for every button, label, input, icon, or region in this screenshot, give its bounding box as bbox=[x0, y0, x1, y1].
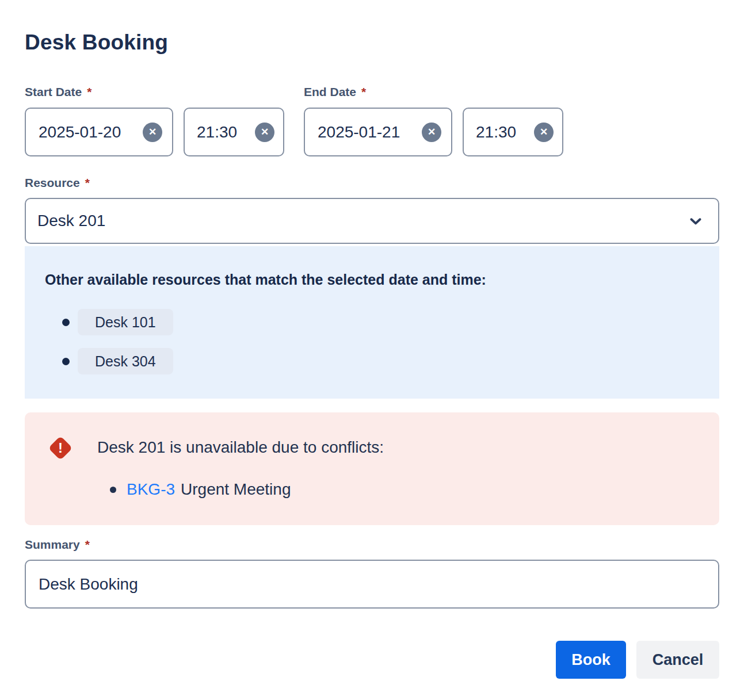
start-time-input[interactable]: 21:30 ✕ bbox=[184, 108, 284, 156]
end-date-label: End Date * bbox=[304, 85, 563, 99]
available-resources-list: Desk 101 Desk 304 bbox=[45, 309, 699, 374]
required-asterisk: * bbox=[87, 85, 91, 99]
desk-booking-form: Desk Booking Start Date * 2025-01-20 ✕ 2… bbox=[0, 30, 744, 679]
end-time-input[interactable]: 21:30 ✕ bbox=[463, 108, 563, 156]
resource-chip[interactable]: Desk 101 bbox=[78, 309, 173, 335]
end-time-value: 21:30 bbox=[476, 123, 516, 141]
bullet-icon bbox=[62, 319, 70, 326]
circle-x-icon[interactable]: ✕ bbox=[143, 123, 162, 142]
conflict-error-panel: ! Desk 201 is unavailable due to conflic… bbox=[25, 412, 719, 525]
bullet-icon bbox=[62, 358, 70, 365]
form-actions: Book Cancel bbox=[25, 641, 719, 679]
available-resources-panel: Other available resources that match the… bbox=[25, 246, 719, 399]
end-date-group: End Date * 2025-01-21 ✕ 21:30 ✕ bbox=[304, 85, 563, 156]
start-time-value: 21:30 bbox=[197, 123, 237, 141]
start-date-label: Start Date * bbox=[25, 85, 284, 99]
list-item: BKG-3 Urgent Meeting bbox=[110, 480, 384, 499]
conflict-message: Desk 201 is unavailable due to conflicts… bbox=[97, 438, 384, 457]
start-date-label-text: Start Date bbox=[25, 85, 82, 99]
available-resources-heading: Other available resources that match the… bbox=[45, 271, 699, 288]
end-date-input[interactable]: 2025-01-21 ✕ bbox=[304, 108, 452, 156]
end-date-value: 2025-01-21 bbox=[318, 123, 400, 141]
circle-x-icon[interactable]: ✕ bbox=[255, 123, 274, 142]
list-item: Desk 101 bbox=[62, 309, 699, 335]
bullet-icon bbox=[110, 487, 116, 493]
summary-label-text: Summary bbox=[25, 538, 80, 552]
required-asterisk: * bbox=[85, 538, 90, 552]
list-item: Desk 304 bbox=[62, 348, 699, 374]
error-diamond-icon: ! bbox=[48, 436, 73, 460]
end-date-label-text: End Date bbox=[304, 85, 356, 99]
resource-select[interactable]: Desk 201 bbox=[25, 198, 719, 244]
conflict-item-title: Urgent Meeting bbox=[181, 480, 291, 499]
cancel-button[interactable]: Cancel bbox=[636, 641, 719, 679]
resource-chip[interactable]: Desk 304 bbox=[78, 348, 173, 374]
start-date-input[interactable]: 2025-01-20 ✕ bbox=[25, 108, 173, 156]
page-title: Desk Booking bbox=[25, 30, 719, 55]
circle-x-icon[interactable]: ✕ bbox=[422, 123, 441, 142]
chevron-down-icon bbox=[688, 213, 703, 228]
book-button[interactable]: Book bbox=[556, 641, 626, 679]
start-date-group: Start Date * 2025-01-20 ✕ 21:30 ✕ bbox=[25, 85, 284, 156]
required-asterisk: * bbox=[85, 176, 90, 190]
resource-label: Resource * bbox=[25, 176, 719, 190]
summary-input[interactable] bbox=[25, 560, 719, 609]
required-asterisk: * bbox=[361, 85, 366, 99]
start-date-inputs: 2025-01-20 ✕ 21:30 ✕ bbox=[25, 108, 284, 156]
booking-key-link[interactable]: BKG-3 bbox=[127, 480, 175, 499]
conflict-content: Desk 201 is unavailable due to conflicts… bbox=[97, 436, 384, 499]
summary-label: Summary * bbox=[25, 538, 719, 552]
circle-x-icon[interactable]: ✕ bbox=[534, 123, 554, 142]
resource-label-text: Resource bbox=[25, 176, 80, 190]
start-date-value: 2025-01-20 bbox=[39, 123, 121, 141]
datetime-row: Start Date * 2025-01-20 ✕ 21:30 ✕ End Da… bbox=[25, 85, 719, 156]
resource-selected-value: Desk 201 bbox=[37, 212, 105, 230]
end-date-inputs: 2025-01-21 ✕ 21:30 ✕ bbox=[304, 108, 563, 156]
